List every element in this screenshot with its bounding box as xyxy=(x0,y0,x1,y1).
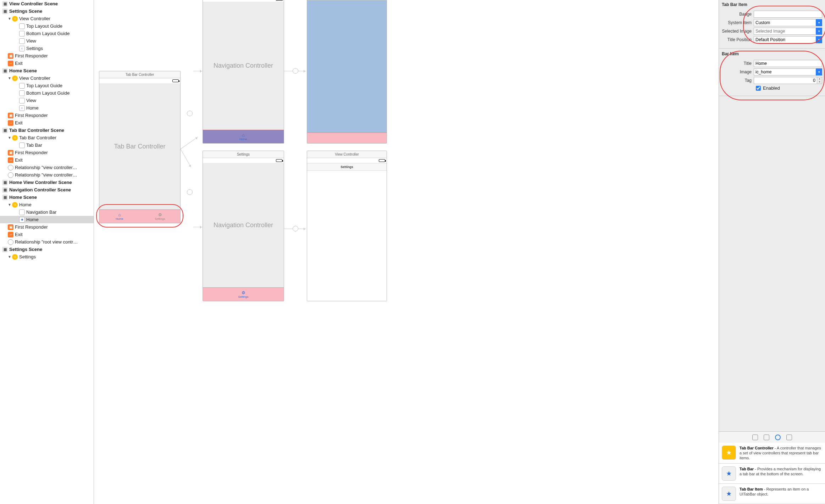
outline-relationship[interactable]: Relationship "view controller… xyxy=(0,171,94,179)
segue-connector[interactable] xyxy=(293,226,298,231)
separator xyxy=(719,96,825,96)
navbar-icon xyxy=(19,209,25,215)
outline-view[interactable]: View xyxy=(0,37,94,45)
library-tab-object-icon[interactable] xyxy=(775,435,781,440)
outline-tabbar[interactable]: Tab Bar xyxy=(0,141,94,149)
scene-home-vc[interactable]: ▦Home View Controller Scene xyxy=(0,179,94,186)
segue-arrow[interactable] xyxy=(193,71,203,71)
dropdown-icon[interactable]: ▾ xyxy=(816,36,822,43)
tabbar[interactable]: ⌂Home xyxy=(203,130,284,143)
segue-connector[interactable] xyxy=(187,189,193,195)
enabled-checkbox[interactable] xyxy=(756,86,761,91)
tabbar[interactable]: ⌂Home ⚙Settings xyxy=(99,209,180,223)
library-tab-media-icon[interactable] xyxy=(786,435,792,440)
segue-arrow[interactable] xyxy=(181,149,192,167)
object-library[interactable]: ★ Tab Bar Controller - A controller that… xyxy=(719,443,825,504)
disclosure-triangle-icon[interactable]: ▼ xyxy=(8,136,11,140)
scene-home-vc-canvas[interactable]: Home xyxy=(307,0,387,144)
outline-bottom-layout[interactable]: Bottom Layout Guide xyxy=(0,89,94,97)
outline-settings-nav[interactable]: ▼○Settings xyxy=(0,253,94,261)
library-item-tabbar-controller[interactable]: ★ Tab Bar Controller - A controller that… xyxy=(719,443,825,464)
title-input[interactable] xyxy=(754,60,822,67)
badge-input[interactable] xyxy=(754,11,822,18)
scene-home[interactable]: ▦Home Scene xyxy=(0,67,94,74)
tabitem-home[interactable]: ⌂Home xyxy=(99,210,140,223)
annotation-circle xyxy=(720,51,825,100)
tabitem-home[interactable]: ⌂Home xyxy=(203,130,284,143)
selected-image-select[interactable] xyxy=(754,28,816,35)
outline-viewcontroller[interactable]: ▼○View Controller xyxy=(0,74,94,82)
scene-view-controller[interactable]: ▦View Controller Scene xyxy=(0,0,94,7)
segue-arrow[interactable] xyxy=(193,227,203,227)
document-outline[interactable]: ▦View Controller Scene ▦Settings Scene ▼… xyxy=(0,0,94,504)
outline-home-nav[interactable]: ▼○Home xyxy=(0,201,94,208)
dropdown-icon[interactable]: ▾ xyxy=(816,19,822,26)
scene-settings-vc-canvas[interactable]: View Controller Settings xyxy=(307,151,387,301)
library-tab-file-icon[interactable] xyxy=(752,435,758,440)
segue-connector[interactable] xyxy=(187,111,193,116)
scene-settings[interactable]: ▦Settings Scene xyxy=(0,7,94,15)
segue-connector[interactable] xyxy=(293,68,298,74)
outline-settings-item[interactable]: ‹Settings xyxy=(0,45,94,52)
stepper-buttons[interactable]: ▴▾ xyxy=(817,77,822,84)
outline-first-responder[interactable]: ▣First Responder xyxy=(0,149,94,156)
library-tab-code-icon[interactable] xyxy=(764,435,769,440)
item-label: Exit xyxy=(15,232,23,237)
outline-top-layout[interactable]: Top Layout Guide xyxy=(0,82,94,89)
outline-exit[interactable]: →Exit xyxy=(0,156,94,164)
title-position-select[interactable] xyxy=(754,36,816,43)
battery-icon xyxy=(379,159,385,162)
scene-label: Settings Scene xyxy=(9,247,42,252)
outline-home-tabitem-selected[interactable]: ★Home xyxy=(0,216,94,223)
outline-relationship[interactable]: Relationship "view controller… xyxy=(0,164,94,171)
body-label: Tab Bar Controller xyxy=(114,143,165,150)
tabitem-settings[interactable]: ⚙Settings xyxy=(140,210,180,223)
outline-exit[interactable]: →Exit xyxy=(0,119,94,127)
tabbar[interactable]: ⚙Settings xyxy=(203,287,284,301)
scene-nav-controller[interactable]: ▦Navigation Controller Scene xyxy=(0,186,94,194)
scene-tabbar-controller-canvas[interactable]: Tab Bar Controller Tab Bar Controller ⌂H… xyxy=(99,71,181,223)
segue-arrow[interactable] xyxy=(181,137,198,149)
system-item-select[interactable] xyxy=(754,19,816,26)
scene-home2[interactable]: ▦Home Scene xyxy=(0,194,94,201)
item-label: Home xyxy=(19,202,32,207)
outline-exit[interactable]: →Exit xyxy=(0,60,94,67)
scene-settings2[interactable]: ▦Settings Scene xyxy=(0,246,94,253)
tabitem-settings[interactable]: ⚙Settings xyxy=(203,288,284,301)
scene-tabbar-controller[interactable]: ▦Tab Bar Controller Scene xyxy=(0,127,94,134)
outline-navbar[interactable]: Navigation Bar xyxy=(0,208,94,216)
outline-bottom-layout[interactable]: Bottom Layout Guide xyxy=(0,30,94,37)
outline-first-responder[interactable]: ▣First Responder xyxy=(0,223,94,231)
outline-viewcontroller[interactable]: ▼○View Controller xyxy=(0,15,94,22)
body-label: Navigation Controller xyxy=(214,222,273,229)
outline-top-layout[interactable]: Top Layout Guide xyxy=(0,22,94,30)
disclosure-triangle-icon[interactable]: ▼ xyxy=(8,255,11,259)
scene-body: Tab Bar Controller xyxy=(99,83,180,209)
outline-home-item[interactable]: ‹Home xyxy=(0,104,94,112)
item-label: Settings xyxy=(19,254,36,259)
tag-input[interactable] xyxy=(754,77,817,84)
outline-first-responder[interactable]: ▣First Responder xyxy=(0,112,94,119)
dropdown-icon[interactable]: ▾ xyxy=(816,68,822,75)
outline-first-responder[interactable]: ▣First Responder xyxy=(0,52,94,60)
disclosure-triangle-icon[interactable]: ▼ xyxy=(8,203,11,207)
item-label: First Responder xyxy=(15,224,48,230)
disclosure-triangle-icon[interactable]: ▼ xyxy=(8,17,11,21)
relationship-icon xyxy=(8,239,13,245)
scene-nav-controller-bottom[interactable]: Settings Navigation Controller ⚙Settings xyxy=(203,151,284,301)
stepper-down-icon[interactable]: ▾ xyxy=(817,80,822,84)
dropdown-icon[interactable]: ▾ xyxy=(816,28,822,35)
disclosure-triangle-icon[interactable]: ▼ xyxy=(8,76,11,80)
library-item-tabbar-item[interactable]: ★ Tab Bar Item - Represents an item on a… xyxy=(719,484,825,504)
outline-relationship[interactable]: Relationship "root view contr… xyxy=(0,238,94,246)
tabbar[interactable] xyxy=(307,133,387,143)
image-select[interactable] xyxy=(754,68,816,75)
scene-nav-controller-top[interactable]: Navigation Controller ⌂Home xyxy=(203,0,284,144)
outline-exit[interactable]: →Exit xyxy=(0,231,94,238)
stepper-up-icon[interactable]: ▴ xyxy=(817,77,822,80)
scene-body: Navigation Controller xyxy=(203,163,284,287)
outline-tabbar-controller[interactable]: ▼○Tab Bar Controller xyxy=(0,134,94,141)
storyboard-canvas[interactable]: Tab Bar Controller Tab Bar Controller ⌂H… xyxy=(94,0,719,504)
outline-view[interactable]: View xyxy=(0,97,94,104)
library-item-tabbar[interactable]: ★ Tab Bar - Provides a mechanism for dis… xyxy=(719,464,825,484)
